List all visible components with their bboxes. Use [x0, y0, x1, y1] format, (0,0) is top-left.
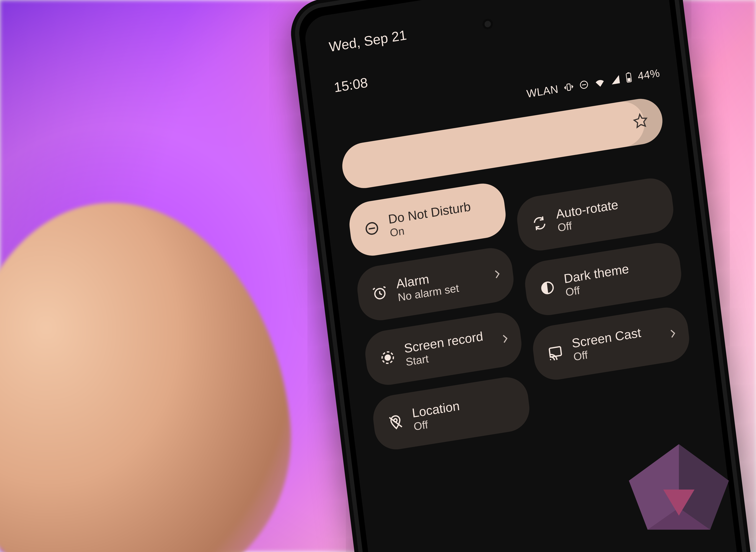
front-camera: [482, 18, 494, 30]
chevron-right-icon: [501, 334, 509, 344]
svg-marker-5: [633, 113, 647, 128]
tile-screen-record[interactable]: Screen record Start: [363, 309, 524, 388]
svg-rect-0: [567, 84, 571, 91]
dark-theme-icon: [538, 278, 557, 297]
tile-auto-rotate[interactable]: Auto-rotate Off: [515, 175, 676, 254]
status-network-label: WLAN: [526, 83, 559, 100]
dnd-status-icon: [579, 79, 589, 90]
alarm-icon: [371, 283, 389, 302]
tiles-column-left: Do Not Disturb On Alarm No alarm set: [347, 180, 532, 453]
chevron-right-icon: [669, 328, 677, 339]
status-battery-label: 44%: [637, 66, 660, 82]
quick-settings-tiles: Do Not Disturb On Alarm No alarm set: [347, 154, 697, 453]
svg-point-8: [385, 355, 391, 361]
cast-icon: [546, 343, 565, 362]
header-time: 15:08: [333, 75, 369, 95]
vibrate-icon: [563, 82, 574, 93]
tile-screen-cast[interactable]: Screen Cast Off: [530, 304, 692, 383]
status-bar: WLAN 44%: [526, 66, 660, 100]
header-date: Wed, Sep 21: [328, 27, 407, 55]
tile-do-not-disturb[interactable]: Do Not Disturb On: [347, 180, 508, 259]
wifi-icon: [594, 77, 606, 88]
screen-record-icon: [378, 348, 397, 367]
tile-location[interactable]: Location Off: [371, 374, 532, 452]
tile-dark-theme[interactable]: Dark theme Off: [523, 240, 684, 318]
tile-alarm[interactable]: Alarm No alarm set: [355, 245, 516, 323]
location-off-icon: [386, 413, 405, 432]
dnd-icon: [363, 219, 381, 238]
signal-icon: [610, 75, 620, 85]
watermark-logo: [624, 440, 733, 534]
tiles-column-right: Auto-rotate Off Dark theme Off: [512, 154, 697, 427]
chevron-right-icon: [493, 269, 501, 280]
brightness-icon: [631, 112, 650, 131]
auto-rotate-icon: [530, 214, 549, 233]
battery-icon: [625, 72, 633, 84]
svg-rect-4: [627, 78, 631, 82]
